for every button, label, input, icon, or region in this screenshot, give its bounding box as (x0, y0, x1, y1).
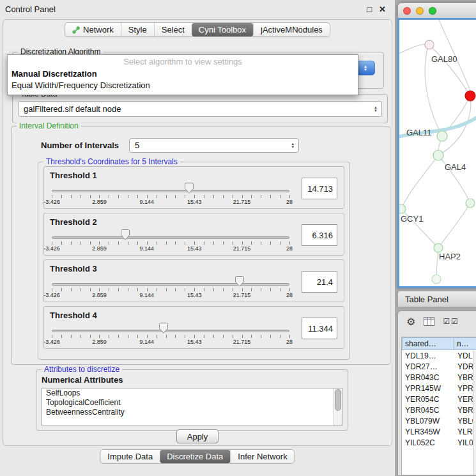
tab-cyni-toolbox[interactable]: Cyni Toolbox (192, 23, 253, 36)
threshold-value-field[interactable]: 14.713 (302, 178, 337, 199)
table-row[interactable]: YBR043CYBR0 (402, 372, 476, 383)
traffic-light-zoom[interactable] (429, 7, 436, 15)
table-row[interactable]: YBL079WYBL0 (402, 415, 476, 426)
tab-label: Network (83, 25, 114, 35)
tick-label: -3.426 (43, 245, 60, 252)
slider-thumb[interactable] (121, 229, 130, 240)
spinner-down-icon: ▼ (291, 146, 295, 149)
table-row[interactable]: YDR27…YDR2 (402, 361, 476, 372)
column-header[interactable]: n… (454, 337, 476, 350)
float-icon[interactable]: □ (367, 4, 372, 14)
popup-item-manual-discretization[interactable]: Manual Discretization (8, 68, 358, 80)
interval-definition-group: Interval Definition Number of Intervals … (11, 126, 390, 365)
table-data-combo[interactable]: galFiltered.sif default node ▲ ▼ (18, 101, 382, 117)
list-item[interactable]: SelfLoops (42, 388, 342, 398)
threshold-value-field[interactable]: 11.344 (302, 318, 337, 339)
tab-network[interactable]: Network (65, 23, 121, 36)
network-view-window: GAL80 GAL11 GAL4 GCY1 HAP2 (397, 3, 476, 288)
node-table: shared… n… YDL19…YDL1YDR27…YDR2YBR043CYB… (401, 337, 476, 475)
slider-thumb[interactable] (235, 276, 244, 287)
list-item[interactable]: TopologicalCoefficient (42, 398, 342, 408)
tab-jactivemnodules[interactable]: jActiveMNodules (253, 23, 330, 36)
traffic-light-minimize[interactable] (416, 7, 424, 15)
apply-button[interactable]: Apply (176, 429, 219, 443)
scrollbar[interactable] (473, 351, 476, 475)
threshold-value-field[interactable]: 6.316 (302, 224, 337, 246)
list-item[interactable]: BetweennessCentrality (42, 408, 342, 417)
checkbox-icons: ☑ ☑ (443, 317, 458, 326)
number-of-intervals-combo[interactable]: 5 ▲ ▼ (129, 138, 299, 153)
tick-label: 21.715 (233, 245, 251, 252)
slider-track[interactable] (52, 190, 289, 192)
table-cell: YPR145W (402, 384, 454, 393)
slider[interactable]: -3.4262.8599.14415.4321.71528 (52, 275, 289, 302)
tab-discretize-data[interactable]: Discretize Data (160, 450, 230, 463)
table-row[interactable]: YIL052CYIL0 (402, 437, 476, 448)
numerical-attributes-label: Numerical Attributes (42, 375, 123, 385)
popup-item-equal-width-frequency[interactable]: Equal Width/Frequency Discretization (8, 80, 358, 91)
node-label[interactable]: HAP2 (439, 252, 461, 261)
slider-track[interactable] (52, 283, 289, 286)
titlebar[interactable]: Control Panel □ ✕ (0, 0, 395, 18)
slider-thumb[interactable] (185, 183, 194, 194)
tick-label: 21.715 (233, 339, 251, 345)
tab-label: Infer Network (238, 452, 287, 461)
scrollbar-thumb[interactable] (335, 389, 341, 411)
tick-label: 15.43 (187, 245, 202, 252)
node-table-body: YDL19…YDL1YDR27…YDR2YBR043CYBR0YPR145WYP… (402, 350, 476, 448)
column-header[interactable]: shared… (402, 337, 454, 350)
checkbox-checked-icon[interactable]: ☑ (443, 317, 450, 326)
tab-impute-data[interactable]: Impute Data (100, 450, 160, 463)
scrollbar[interactable] (334, 388, 342, 426)
slider-track[interactable] (52, 330, 289, 332)
tab-label: jActiveMNodules (261, 25, 323, 35)
tick-label: 28 (286, 292, 293, 298)
node-label[interactable]: GAL4 (445, 162, 466, 172)
threshold-panel: Threshold 2 -3.4262.8599.14415.4321.7152… (43, 213, 344, 256)
slider-thumb[interactable] (159, 323, 168, 334)
table-panel-header[interactable]: Table Panel (397, 291, 476, 307)
table-row[interactable]: YLR345WYLR3 (402, 426, 476, 437)
group-title: Threshold's Coordinates for 5 Intervals (43, 157, 180, 166)
checkbox-checked-icon[interactable]: ☑ (451, 317, 458, 326)
threshold-value-field[interactable]: 21.4 (302, 271, 337, 293)
table-row[interactable]: YDL19…YDL1 (402, 350, 476, 361)
tick-label: 9.144 (140, 292, 155, 298)
network-canvas[interactable]: GAL80 GAL11 GAL4 GCY1 HAP2 (399, 20, 476, 288)
tick-label: 2.859 (92, 339, 107, 345)
threshold-label: Threshold 1 (50, 171, 97, 180)
algorithm-combo-arrows[interactable]: ▲ ▼ (356, 61, 375, 75)
tick-label: 15.43 (187, 339, 202, 345)
combo-value: galFiltered.sif default node (24, 104, 121, 114)
tick-label: 2.859 (92, 245, 107, 252)
gear-icon[interactable]: ⚙ (406, 316, 415, 328)
node-label[interactable]: GCY1 (401, 214, 423, 224)
tick-labels: -3.4262.8599.14415.4321.71528 (52, 199, 289, 206)
traffic-light-close[interactable] (403, 7, 411, 15)
slider[interactable]: -3.4262.8599.14415.4321.71528 (52, 181, 289, 208)
tick-label: 2.859 (92, 292, 107, 298)
tick-label: 28 (286, 245, 293, 252)
slider[interactable]: -3.4262.8599.14415.4321.71528 (52, 228, 289, 255)
tick-label: 9.144 (140, 199, 155, 205)
selected-node[interactable] (465, 91, 475, 101)
close-icon[interactable]: ✕ (379, 4, 386, 14)
stepper-icon: ▲ ▼ (291, 142, 298, 149)
algorithm-dropdown-popup: Select algorithm to view settings Manual… (7, 54, 358, 95)
numerical-attributes-list[interactable]: SelfLoops TopologicalCoefficient Between… (42, 388, 342, 426)
slider-track[interactable] (52, 236, 289, 239)
number-of-intervals-row: Number of Intervals 5 ▲ ▼ (41, 138, 390, 153)
table-row[interactable]: YPR145WYPR1 (402, 383, 476, 394)
node-label[interactable]: GAL11 (406, 128, 432, 137)
network-titlebar[interactable] (397, 3, 476, 18)
table-row[interactable]: YER054CYER0 (402, 394, 476, 404)
table-row[interactable]: YBR045CYBR0 (402, 404, 476, 415)
combo-value: 5 (135, 141, 139, 150)
slider[interactable]: -3.4262.8599.14415.4321.71528 (52, 321, 289, 348)
tick-label: 9.144 (140, 339, 155, 345)
node-label[interactable]: GAL80 (431, 54, 457, 64)
tab-select[interactable]: Select (154, 23, 192, 36)
tab-style[interactable]: Style (121, 23, 154, 36)
tab-infer-network[interactable]: Infer Network (230, 450, 294, 463)
columns-icon[interactable] (424, 317, 434, 326)
